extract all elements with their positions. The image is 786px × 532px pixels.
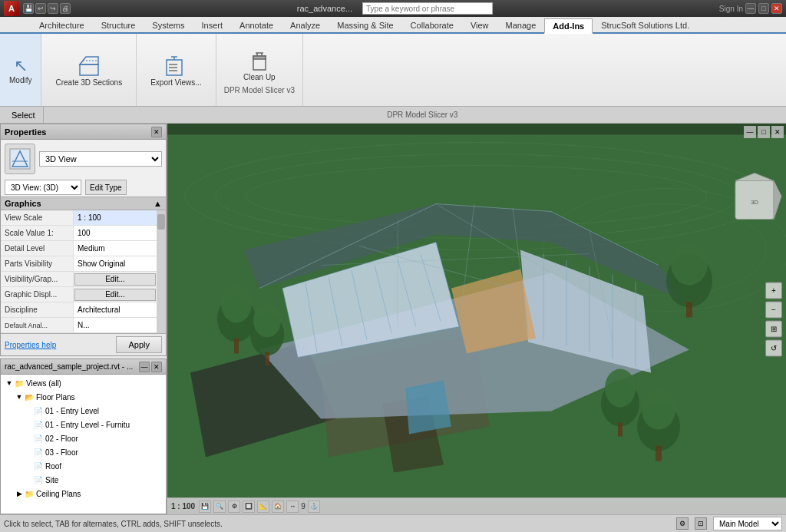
ribbon-group-cleanup: Clean Up DPR Model Slicer v3 (216, 34, 303, 106)
tab-massing[interactable]: Massing & Site (329, 17, 401, 32)
prop-row-viewscale: View Scale 1 : 100 (1, 210, 157, 226)
zoom-in-btn[interactable]: + (765, 282, 782, 299)
apply-button[interactable]: Apply (116, 336, 162, 353)
prop-label-defaultanal: Default Anal... (1, 318, 74, 332)
viewport-restore-btn[interactable]: □ (758, 126, 770, 138)
prop-row-scalevalue: Scale Value 1: 100 (1, 226, 157, 241)
browser-tree: ▼ 📁 Views (all) ▼ 📂 Floor Plans ▶ 📄 01 -… (1, 375, 166, 514)
tree-toggle-ceiling[interactable]: ▶ (15, 489, 24, 498)
view-ctrl-5[interactable]: 📐 (257, 501, 269, 513)
tree-item-entry-level-furni[interactable]: ▶ 📄 01 - Entry Level - Furnitu (1, 418, 166, 431)
create-3d-sections-btn[interactable]: Create 3D Sections (49, 51, 128, 89)
tree-label-entry-level: 01 - Entry Level (45, 407, 99, 415)
tab-collaborate[interactable]: Collaborate (402, 17, 462, 32)
sign-in-link[interactable]: Sign In (719, 5, 743, 13)
restore-btn[interactable]: □ (758, 3, 769, 14)
ribbon-group-name: DPR Model Slicer v3 (224, 86, 295, 94)
prop-value-partsvisibility: Show Original (74, 256, 157, 271)
view-type-row: 3D View (1, 140, 166, 178)
browser-minimize-btn[interactable]: — (139, 362, 150, 372)
prop-edit-graphicdispl[interactable]: Edit... (74, 289, 156, 301)
viewport-bottom-bar: 1 : 100 💾 🔍 ⚙ 🔲 📐 🏠 ↔ 9 ⚓ (167, 497, 786, 514)
browser-close-btn[interactable]: ✕ (151, 362, 162, 372)
view-ctrl-9[interactable]: 9 (301, 502, 305, 511)
viewport[interactable]: — □ ✕ (167, 124, 786, 514)
tab-addins[interactable]: Add-Ins (544, 18, 593, 34)
view-ctrl-6[interactable]: 🏠 (272, 501, 284, 513)
tree-item-roof[interactable]: ▶ 📄 Roof (1, 459, 166, 473)
view-ctrl-7[interactable]: ↔ (286, 501, 299, 513)
tree-icon-entry-furni: 📄 (33, 419, 44, 430)
view-type-select[interactable]: 3D View (39, 151, 162, 167)
undo-btn[interactable]: ↩ (35, 3, 46, 14)
graphics-collapse-icon[interactable]: ▲ (154, 199, 162, 208)
svg-rect-59 (265, 352, 269, 366)
prop-edit-visibilitygrap[interactable]: Edit... (74, 273, 156, 286)
zoom-fit-btn[interactable]: ⊞ (765, 320, 782, 337)
tab-view[interactable]: View (462, 17, 497, 32)
tab-structure[interactable]: Structure (93, 17, 144, 32)
status-text: Click to select, TAB for alternates, CTR… (4, 520, 672, 528)
rotate-btn[interactable]: ↺ (765, 339, 782, 356)
tree-item-site[interactable]: ▶ 📄 Site (1, 473, 166, 487)
cleanup-btn[interactable]: Clean Up (237, 46, 282, 84)
tree-icon-floor-02: 📄 (33, 433, 44, 444)
tab-manage[interactable]: Manage (497, 17, 545, 32)
view-ctrl-4[interactable]: 🔲 (243, 501, 255, 513)
tree-item-floor-03[interactable]: ▶ 📄 03 - Floor (1, 445, 166, 459)
properties-title: Properties (5, 127, 46, 137)
prop-label-partsvisibility: Parts Visibility (1, 256, 74, 271)
prop-label-scalevalue: Scale Value 1: (1, 226, 74, 240)
redo-btn[interactable]: ↪ (48, 3, 58, 14)
tree-item-floorplans[interactable]: ▼ 📂 Floor Plans (1, 390, 166, 404)
save-btn[interactable]: 💾 (23, 3, 34, 14)
close-btn[interactable]: ✕ (771, 3, 782, 14)
search-input[interactable] (362, 2, 493, 15)
main-area: Properties ✕ 3D View 3 (0, 124, 786, 514)
tab-strucsoft[interactable]: StrucSoft Solutions Ltd. (593, 17, 698, 32)
browser-header: rac_advanced_sample_project.rvt - ... — … (1, 359, 166, 375)
ribbon-bottom: Select DPR Model Slicer v3 (0, 107, 786, 124)
properties-close-btn[interactable]: ✕ (151, 127, 162, 137)
zoom-out-btn[interactable]: − (765, 301, 782, 318)
props-scrollbar[interactable] (157, 210, 166, 333)
edit-type-btn[interactable]: Edit Type (85, 180, 127, 195)
viewport-close-btn[interactable]: ✕ (771, 126, 784, 138)
svg-point-61 (605, 369, 636, 408)
app-logo: A (4, 1, 19, 16)
tab-architecture[interactable]: Architecture (31, 17, 93, 32)
graphics-section-header: Graphics ▲ (1, 197, 166, 210)
properties-help-link[interactable]: Properties help (5, 341, 56, 349)
tree-item-floor-02[interactable]: ▶ 📄 02 - Floor (1, 431, 166, 445)
ribbon-group-create3d: Create 3D Sections (41, 34, 137, 106)
edit-type-label: Edit Type (90, 183, 122, 192)
tree-item-entry-level[interactable]: ▶ 📄 01 - Entry Level (1, 404, 166, 418)
prop-value-viewscale[interactable]: 1 : 100 (74, 210, 157, 225)
tree-item-ceiling-plans[interactable]: ▶ 📁 Ceiling Plans (1, 487, 166, 501)
modify-button[interactable]: ↖ Modify (0, 34, 41, 106)
view-ctrl-3[interactable]: ⚙ (228, 501, 240, 513)
tab-annotate[interactable]: Annotate (231, 17, 282, 32)
svg-point-58 (253, 304, 281, 338)
view-controls-row: 3D View: (3D) Edit Type (1, 178, 166, 197)
tab-insert[interactable]: Insert (193, 17, 232, 32)
view-ctrl-2[interactable]: 🔍 (213, 501, 226, 513)
tab-systems[interactable]: Systems (144, 17, 193, 32)
ribbon-spacer (303, 34, 786, 106)
svg-text:3D: 3D (751, 199, 758, 206)
view-name-select[interactable]: 3D View: (3D) (5, 180, 81, 195)
svg-point-55 (221, 285, 252, 323)
export-views-icon (163, 54, 188, 78)
model-select[interactable]: Main Model (713, 517, 782, 530)
view-ctrl-1[interactable]: 💾 (199, 501, 211, 513)
tree-item-views-all[interactable]: ▼ 📁 Views (all) (1, 376, 166, 390)
view-ctrl-anchor[interactable]: ⚓ (308, 501, 320, 513)
tab-analyze[interactable]: Analyze (282, 17, 329, 32)
minimize-btn[interactable]: — (745, 3, 756, 14)
viewport-minimize-btn[interactable]: — (744, 126, 756, 138)
tree-toggle-views[interactable]: ▼ (5, 378, 14, 388)
print-btn[interactable]: 🖨 (60, 3, 71, 14)
svg-rect-68 (686, 302, 692, 318)
tree-toggle-floorplans[interactable]: ▼ (15, 392, 24, 401)
export-views-btn[interactable]: Export Views... (144, 51, 208, 89)
